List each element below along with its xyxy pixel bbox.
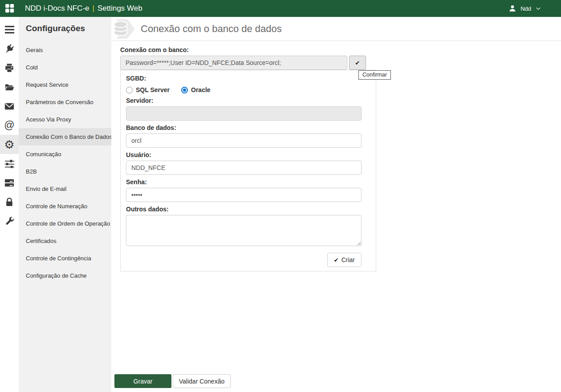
usuario-input[interactable]	[126, 161, 362, 175]
confirm-tooltip: Confirmar	[358, 70, 391, 80]
confirm-button[interactable]: ✔	[349, 56, 366, 70]
chevron-down-icon	[535, 5, 541, 12]
sidebar-menu: Gerais Cold Request Service Parâmetros d…	[19, 41, 111, 284]
icon-rail: @ ⚙	[0, 17, 19, 392]
plug-icon[interactable]	[0, 39, 19, 58]
radio-circle-sql-server	[126, 87, 133, 93]
radio-oracle[interactable]: Oracle	[181, 86, 211, 93]
user-name: Ndd	[520, 5, 531, 12]
usuario-label: Usuário:	[126, 151, 362, 158]
menu-icon[interactable]	[0, 20, 19, 39]
gear-icon[interactable]: ⚙	[0, 135, 19, 154]
page-header: Conexão com o banco de dados	[111, 17, 561, 41]
gravar-button[interactable]: Gravar	[114, 374, 171, 388]
sidebar-item-conexao-com-o-banco-de-dados[interactable]: Conexão Com o Banco de Dados	[19, 128, 111, 145]
radio-label-oracle: Oracle	[191, 86, 211, 93]
title-separator: |	[93, 4, 94, 12]
sidebar-item-controle-de-contingencia[interactable]: Controle de Contingência	[19, 250, 111, 267]
envelope-icon[interactable]	[0, 97, 19, 116]
sidebar-item-controle-de-ordem-de-operacao[interactable]: Controle de Ordem de Operação	[19, 215, 111, 232]
user-icon	[508, 4, 516, 12]
servidor-label: Servidor:	[126, 97, 362, 104]
sidebar-item-configuracao-de-cache[interactable]: Configuração de Cache	[19, 267, 111, 284]
criar-button-label: Criar	[341, 256, 355, 263]
outros-dados-textarea[interactable]	[126, 215, 362, 246]
servidor-input	[126, 106, 362, 121]
database-icon	[113, 19, 135, 39]
validar-conexao-button[interactable]: Validar Conexão	[173, 374, 231, 388]
sgbd-radio-group: SQL Server Oracle	[126, 86, 362, 93]
page-title: Conexão com o banco de dados	[141, 23, 282, 35]
sidebar-item-gerais[interactable]: Gerais	[19, 41, 111, 59]
sidebar-title: Configurações	[19, 17, 111, 36]
connection-string-label: Conexão com o banco:	[120, 46, 376, 53]
senha-input[interactable]	[126, 188, 362, 202]
printer-icon[interactable]	[0, 58, 19, 77]
criar-button[interactable]: ✔Criar	[327, 253, 362, 267]
main-content: Conexão com o banco de dados Conexão com…	[111, 17, 561, 392]
criar-row: ✔Criar	[126, 253, 362, 267]
banco-label: Banco de dados:	[126, 124, 362, 131]
radio-sql-server[interactable]: SQL Server	[126, 86, 170, 93]
settings-sidebar: Configurações Gerais Cold Request Servic…	[19, 17, 111, 392]
app-logo-icon	[5, 4, 14, 13]
app-header: NDD i-Docs NFC-e|Settings Web Ndd	[0, 0, 561, 17]
wrench-icon[interactable]	[0, 211, 19, 230]
sidebar-item-cold[interactable]: Cold	[19, 59, 111, 76]
app-title: NDD i-Docs NFC-e|Settings Web	[25, 4, 142, 13]
folder-open-icon[interactable]	[0, 77, 19, 97]
banco-input[interactable]	[126, 133, 362, 148]
lock-icon[interactable]	[0, 192, 19, 211]
sidebar-item-comunicacao[interactable]: Comunicação	[19, 145, 111, 163]
check-icon: ✔	[334, 257, 339, 263]
at-sign-icon[interactable]: @	[0, 116, 19, 135]
sidebar-item-parametros-de-conversao[interactable]: Parâmetros de Conversão	[19, 93, 111, 111]
radio-label-sql-server: SQL Server	[136, 86, 170, 93]
server-icon[interactable]	[0, 173, 19, 192]
sidebar-item-acesso-via-proxy[interactable]: Acesso Via Proxy	[19, 111, 111, 128]
sgbd-label: SGBD:	[126, 75, 362, 82]
check-icon: ✔	[355, 60, 360, 66]
sidebar-item-request-service[interactable]: Request Service	[19, 76, 111, 93]
sidebar-item-envio-de-email[interactable]: Envio de E-mail	[19, 180, 111, 198]
sliders-icon[interactable]	[0, 154, 19, 173]
senha-label: Senha:	[126, 178, 362, 186]
bottom-actions: Gravar Validar Conexão	[114, 374, 231, 388]
sidebar-item-controle-de-numeracao[interactable]: Controle de Numeração	[19, 198, 111, 215]
connection-detail-panel: SGBD: SQL Server Oracle Servidor: Banco …	[120, 70, 376, 271]
sidebar-item-b2b[interactable]: B2B	[19, 163, 111, 180]
connection-form: Conexão com o banco: ✔ Confirmar SGBD: S…	[120, 46, 376, 271]
outros-dados-label: Outros dados:	[126, 206, 362, 213]
connection-string-row: ✔	[120, 56, 366, 70]
user-menu[interactable]: Ndd	[508, 4, 554, 12]
sidebar-item-certificados[interactable]: Certificados	[19, 232, 111, 250]
connection-string-input[interactable]	[120, 56, 347, 70]
radio-circle-oracle	[181, 87, 188, 93]
